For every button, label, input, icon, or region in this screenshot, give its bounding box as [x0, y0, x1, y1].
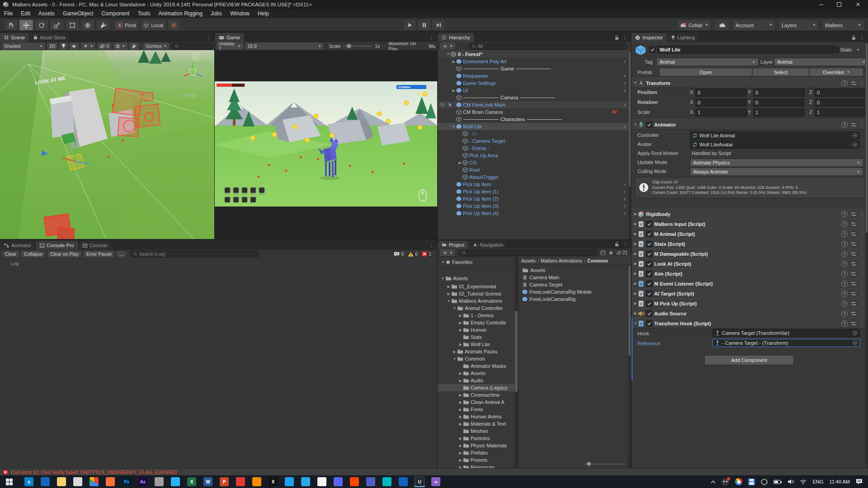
- project-folder-presets-26[interactable]: ▶Presets: [438, 456, 514, 464]
- scene-menu-icon[interactable]: ⋮: [206, 35, 211, 41]
- component-look-at-script[interactable]: ▶#Look At (Script)?⋮: [631, 258, 868, 269]
- reference-object-field[interactable]: - Camera Target - (Transform): [712, 339, 860, 347]
- tab-scene[interactable]: Scene: [0, 33, 29, 42]
- visibility-toggles[interactable]: [439, 103, 453, 108]
- tab-console-pro[interactable]: Console Pro: [36, 241, 79, 250]
- prefab-open-button[interactable]: Open: [659, 68, 752, 76]
- hierarchy-item-characters[interactable]: Characters: [438, 116, 628, 123]
- tab-hierarchy[interactable]: Hierarchy: [438, 33, 475, 42]
- project-file-freelookcamerarig[interactable]: FreeLookCameraRig: [519, 296, 631, 303]
- static-checkbox[interactable]: [833, 47, 839, 53]
- taskbar-icon-onedrive[interactable]: [40, 476, 51, 487]
- minimize-icon[interactable]: [812, 0, 830, 9]
- 2d-toggle[interactable]: 2D: [47, 42, 58, 50]
- hierarchy-item-ai[interactable]: - AI -: [438, 130, 628, 137]
- chrome-tray-icon[interactable]: [735, 478, 742, 485]
- component-menu-icon[interactable]: ⋮: [859, 251, 864, 257]
- hierarchy-item-pick-up-item-2[interactable]: Pick Up Item (2)›: [438, 195, 628, 202]
- taskbar-icon-edge[interactable]: e: [24, 476, 34, 487]
- position-z-field[interactable]: 0: [815, 89, 866, 97]
- project-folder-assets-1[interactable]: ▼Assets: [438, 275, 514, 282]
- hierarchy-item-cg[interactable]: ▶CG: [438, 159, 628, 166]
- project-file-camera-target[interactable]: Camera Target: [519, 281, 631, 288]
- taskbar-icon-after-effects[interactable]: Ae: [137, 476, 148, 487]
- layers-dropdown[interactable]: Layers▼: [778, 19, 819, 31]
- help-icon[interactable]: ?: [841, 320, 848, 327]
- unity-tray-icon[interactable]: [761, 479, 768, 485]
- component-malbers-input-script[interactable]: ▶#Malbers Input (Script)?⋮: [631, 219, 868, 229]
- presets-icon[interactable]: [851, 301, 856, 306]
- object-picker-icon[interactable]: [852, 330, 858, 336]
- maximize-on-play-toggle[interactable]: Maximize On Play: [386, 42, 425, 50]
- component-m-pick-up-script[interactable]: ▶#M Pick Up (Script)?⋮: [631, 298, 868, 309]
- prefab-open-arrow-icon[interactable]: ›: [624, 87, 626, 94]
- component-menu-icon[interactable]: ⋮: [859, 291, 864, 296]
- transform-header[interactable]: ▼ Transform ? ⋮: [631, 78, 868, 88]
- discord-tray-icon[interactable]: [722, 478, 729, 486]
- avatar-field[interactable]: Wolf LiteAvatar: [690, 141, 860, 149]
- taskbar-icon-x-twitter[interactable]: X: [268, 476, 278, 487]
- component-transform-hook-script[interactable]: ▼#Transform Hook (Script)?⋮: [631, 318, 868, 328]
- project-folder-audio-15[interactable]: ▶Audio: [438, 377, 514, 384]
- hierarchy-item-camera-target[interactable]: - Camera Target -: [438, 137, 628, 145]
- project-folder-favorites-0[interactable]: ▼Favorites: [438, 258, 514, 266]
- hierarchy-item-wolf-lite[interactable]: ▼Wolf Lite›: [438, 123, 628, 130]
- volume-icon[interactable]: [788, 479, 794, 484]
- project-folder-cinemachine-17[interactable]: ▶Cinemachine: [438, 391, 514, 399]
- hierarchy-item-pick-up-item[interactable]: Pick Up Item›: [438, 181, 628, 188]
- help-icon[interactable]: ?: [841, 241, 848, 247]
- component-ai-target-script[interactable]: ▶#AI Target (Script)?⋮: [631, 288, 868, 299]
- console-menu-icon[interactable]: ⋮: [429, 243, 434, 249]
- collab-button[interactable]: Collab▼: [677, 19, 712, 31]
- lock-icon[interactable]: [615, 242, 619, 247]
- animator-header[interactable]: ▼ Animator ? ⋮: [631, 119, 868, 130]
- presets-icon[interactable]: [851, 262, 856, 266]
- scene-visibility-toggle[interactable]: 0: [97, 42, 112, 50]
- thumbnail-size-slider[interactable]: [584, 464, 625, 465]
- wifi-icon[interactable]: [800, 479, 807, 484]
- taskbar-icon-app-white[interactable]: [316, 476, 327, 487]
- menu-file[interactable]: File: [0, 9, 17, 18]
- static-dropdown-icon[interactable]: ▼: [856, 48, 860, 52]
- taskbar-icon-unity-editor[interactable]: U: [414, 476, 425, 487]
- hierarchy-item-cm-freelook-main[interactable]: CM FreeLook Main›: [438, 101, 628, 108]
- component-menu-icon[interactable]: ⋮: [859, 80, 864, 86]
- breadcrumb-malbers[interactable]: Malbers Animations: [541, 258, 582, 263]
- hierarchy-item-extras[interactable]: - Extras -: [438, 145, 628, 152]
- rotation-z-field[interactable]: 0: [815, 99, 866, 107]
- prefab-select-button[interactable]: Select: [752, 68, 809, 76]
- hierarchy-item-cm-brain-camera[interactable]: CM Brain Camera: [438, 108, 628, 116]
- scale-y-field[interactable]: 1: [753, 108, 805, 117]
- language-indicator[interactable]: ENG: [812, 479, 823, 484]
- hierarchy-item-ui[interactable]: ▶UI›: [438, 87, 628, 94]
- tab-console[interactable]: Console: [79, 241, 112, 250]
- clock[interactable]: 11:40 AM: [829, 479, 850, 484]
- taskbar-icon-powerpoint[interactable]: P: [219, 476, 230, 487]
- hierarchy-item-game[interactable]: Game: [438, 65, 628, 72]
- breadcrumb-common[interactable]: Common: [587, 258, 608, 263]
- menu-component[interactable]: Component: [97, 9, 133, 18]
- menu-help[interactable]: Help: [254, 9, 273, 18]
- camera-red-icon[interactable]: [612, 109, 618, 115]
- presets-icon[interactable]: [851, 122, 856, 127]
- component-menu-icon[interactable]: ⋮: [859, 211, 864, 217]
- local-toggle[interactable]: Local: [140, 19, 166, 31]
- layout-dropdown[interactable]: Malbers▼: [822, 19, 864, 31]
- project-search-input[interactable]: [458, 249, 598, 256]
- start-button[interactable]: [0, 475, 18, 488]
- help-icon[interactable]: ?: [841, 310, 848, 317]
- help-icon[interactable]: ?: [841, 231, 848, 237]
- culling-mode-dropdown[interactable]: Always Animate▼: [690, 168, 863, 176]
- scale-tool[interactable]: [50, 19, 64, 31]
- taskbar-icon-excel[interactable]: X: [186, 476, 197, 487]
- hierarchy-item-camera[interactable]: Camera: [438, 94, 628, 101]
- hierarchy-item-pick-up-area[interactable]: Pick Up Area: [438, 152, 628, 159]
- pause-button[interactable]: [417, 19, 431, 31]
- menu-gameobject[interactable]: GameObject: [59, 9, 97, 18]
- rotation-x-field[interactable]: 0: [695, 99, 747, 107]
- project-folder-camera-legacy-16[interactable]: Camera (Legacy: [438, 384, 514, 391]
- presets-icon[interactable]: [851, 242, 856, 246]
- hierarchy-create-button[interactable]: ＋▼: [439, 42, 456, 50]
- display-dropdown[interactable]: Display 1▼: [216, 42, 244, 50]
- prefab-open-arrow-icon[interactable]: ›: [624, 188, 626, 195]
